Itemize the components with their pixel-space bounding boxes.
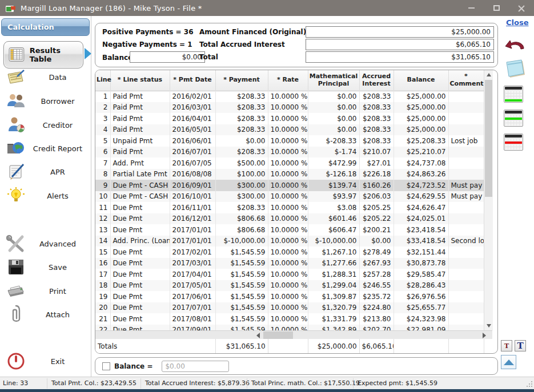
cell-interest: $224.80	[359, 302, 394, 314]
table-row[interactable]: 4Paid Pmt2016/05/01$208.3310.0000 %$0.00…	[95, 124, 484, 136]
cell-payment: $1,545.59	[215, 313, 268, 325]
cell-balance: $24,723.52	[394, 180, 448, 191]
text-small-button[interactable]: T	[501, 340, 512, 351]
cell-rate: 10.0000 %	[268, 269, 308, 280]
table-row[interactable]: 7Add. Pmt2016/07/05$500.0010.0000 %$472.…	[95, 157, 484, 169]
sidebar-item-advanced[interactable]: Advanced	[5, 232, 88, 255]
balance-checkbox[interactable]	[102, 362, 110, 370]
close-link[interactable]: Close	[506, 18, 528, 27]
balance-check-field[interactable]: $0.00	[162, 361, 229, 372]
horizontal-scrollbar[interactable]	[95, 330, 492, 339]
col-header-interest[interactable]: Accrued Interest	[359, 70, 394, 91]
table-row[interactable]: 12Due Pmt2016/12/01$806.6810.0000 %$601.…	[95, 213, 484, 225]
cell-date: 2016/02/01	[170, 91, 215, 102]
table-row[interactable]: 6Paid Pmt2016/07/01$208.3310.0000 %$-1.7…	[95, 147, 484, 158]
sidebar-item-creditor[interactable]: Creditor	[5, 114, 88, 136]
balance-field[interactable]: $0.00	[130, 51, 205, 63]
cell-line: 14	[95, 236, 110, 247]
cell-line: 3	[95, 113, 110, 124]
undo-button[interactable]	[504, 37, 527, 55]
tools-icon	[5, 234, 27, 253]
col-header-line[interactable]: Line	[95, 70, 110, 91]
table-row[interactable]: 9Due Pmt - CASH2016/09/01$300.0010.0000 …	[95, 180, 484, 191]
table-row[interactable]: 16Due Pmt2017/03/01$1,545.5910.0000 %$1,…	[95, 258, 484, 269]
sidebar-item-credit-report[interactable]: Credit Report	[5, 137, 88, 160]
sidebar-item-print[interactable]: Print	[5, 280, 88, 302]
total-field[interactable]: $31,065.10	[306, 51, 494, 63]
cell-interest: $208.33	[359, 113, 394, 124]
vertical-scroll-thumb[interactable]	[485, 80, 492, 197]
amount-financed-field[interactable]: $25,000.00	[306, 26, 494, 38]
table-row[interactable]: 8Partial Late Pmt2016/08/08$100.0010.000…	[95, 169, 484, 180]
sidebar-item-save[interactable]: Save	[5, 256, 88, 278]
sidebar-item-alerts[interactable]: Alerts	[5, 184, 88, 207]
scroll-up-icon[interactable]	[487, 73, 491, 76]
table-row[interactable]: 3Paid Pmt2016/04/01$208.3310.0000 %$0.00…	[95, 113, 484, 124]
table-row[interactable]: 13Due Pmt2017/01/01$806.6810.0000 %$606.…	[95, 224, 484, 236]
cell-interest: $208.33	[359, 124, 394, 136]
col-header-rate[interactable]: * Rate	[268, 70, 308, 91]
col-header-principal[interactable]: Mathematical Principal	[308, 70, 359, 91]
cell-status: Due Pmt - CASH	[110, 191, 170, 203]
cell-line: 8	[95, 169, 110, 180]
minimize-icon	[468, 7, 475, 9]
sidebar-item-apr[interactable]: APR	[5, 160, 88, 183]
cell-interest: $202.70	[359, 325, 394, 331]
calendar-green-middle-button[interactable]	[504, 110, 523, 127]
table-row[interactable]: 14Add. Princ. (Loan2017/01/01$-10,000.00…	[95, 236, 484, 247]
sidebar-item-exit[interactable]: Exit	[5, 350, 88, 373]
minimize-button[interactable]	[459, 0, 484, 16]
table-row[interactable]: 5Unpaid Pmt2016/06/01$0.0010.0000 %$-208…	[95, 135, 484, 147]
table-row[interactable]: 11Due Pmt2016/11/01$208.3310.0000 %$3.08…	[95, 202, 484, 213]
cell-principal: $-10,000.00	[308, 236, 359, 247]
table-row[interactable]: 21Due Pmt2017/08/01$1,545.5910.0000 %$1,…	[95, 313, 484, 325]
cell-line: 15	[95, 246, 110, 258]
col-header-comment[interactable]: * Comment	[448, 70, 484, 91]
cell-rate: 10.0000 %	[268, 113, 308, 124]
sidebar-item-attach[interactable]: Attach	[5, 303, 88, 326]
summary-panel: Positive Payments = 36 Negative Payments…	[95, 23, 498, 67]
table-row[interactable]: 22Due Pmt2017/09/01$1,545.5910.0000 %$1,…	[95, 325, 484, 331]
table-row[interactable]: 1Paid Pmt2016/02/01$208.3310.0000 %$0.00…	[95, 91, 484, 102]
cell-rate: 10.0000 %	[268, 325, 308, 331]
notepad-button[interactable]	[503, 58, 528, 81]
table-row[interactable]: 19Due Pmt2017/06/01$1,545.5910.0000 %$1,…	[95, 291, 484, 302]
cell-principal: $472.99	[308, 157, 359, 169]
table-row[interactable]: 15Due Pmt2017/02/01$1,545.5910.0000 %$1,…	[95, 246, 484, 258]
sidebar-item-label: Data	[27, 73, 88, 82]
total-accrued-interest-field[interactable]: $6,065.10	[306, 39, 494, 50]
table-row[interactable]: 10Due Pmt - CASH2016/10/01$300.0010.0000…	[95, 191, 484, 203]
collapse-panel-button[interactable]	[501, 355, 516, 369]
table-row[interactable]: 18Due Pmt2017/05/01$1,545.5910.0000 %$1,…	[95, 280, 484, 292]
scroll-left-icon[interactable]	[256, 333, 260, 338]
resize-grip[interactable]	[526, 381, 533, 387]
table-row[interactable]: 2Paid Pmt2016/03/01$208.3310.0000 %$0.00…	[95, 102, 484, 114]
cell-line: 2	[95, 102, 110, 114]
cell-interest: $208.33	[359, 135, 394, 147]
vertical-scrollbar[interactable]	[484, 70, 493, 330]
col-header-balance[interactable]: Balance	[394, 70, 448, 91]
results-table-label: Results Table	[30, 46, 83, 63]
calendar-red-middle-icon	[504, 134, 523, 151]
col-header-status[interactable]: * Line status	[110, 70, 170, 91]
cell-status: Paid Pmt	[110, 91, 170, 102]
scroll-right-icon[interactable]	[483, 333, 486, 338]
col-header-date[interactable]: * Pmt Date	[170, 70, 215, 91]
cell-comment: Lost job	[448, 135, 484, 147]
cell-status: Due Pmt	[110, 246, 170, 258]
sidebar-header: Calculation	[1, 18, 90, 36]
sidebar-item-borrower[interactable]: Borrower	[5, 90, 88, 112]
maximize-button[interactable]	[484, 0, 509, 16]
table-row[interactable]: 17Due Pmt2017/04/01$1,545.5910.0000 %$1,…	[95, 269, 484, 280]
table-row[interactable]: 20Due Pmt2017/07/01$1,545.5910.0000 %$1,…	[95, 302, 484, 314]
horizontal-scroll-thumb[interactable]	[263, 332, 293, 339]
col-header-payment[interactable]: * Payment	[215, 70, 268, 91]
sidebar-item-results-table[interactable]: Results Table	[3, 41, 83, 68]
text-large-button[interactable]: T	[515, 340, 526, 351]
sidebar-item-data[interactable]: Data	[5, 66, 88, 88]
calendar-green-bottom-button[interactable]	[504, 86, 523, 103]
scroll-down-icon[interactable]	[487, 324, 491, 328]
calendar-red-middle-button[interactable]	[504, 134, 523, 151]
close-window-button[interactable]	[509, 0, 534, 16]
cell-interest: $278.49	[359, 246, 394, 258]
